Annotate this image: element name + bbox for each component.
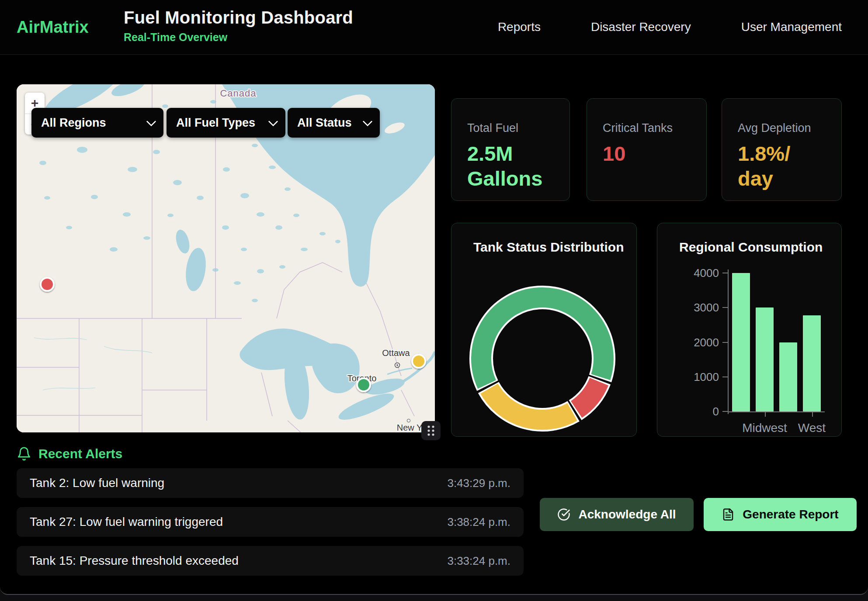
alert-time: 3:43:29 p.m. [447, 477, 510, 490]
chevron-down-icon [268, 117, 278, 127]
fuel-type-filter-value: All Fuel Types [176, 116, 255, 130]
recent-alerts-header: Recent Alerts [17, 446, 122, 461]
axis [722, 307, 728, 308]
alert-time: 3:33:24 p.m. [447, 554, 510, 568]
stat-card-avg-depletion: Avg Depletion 1.8%/day [722, 98, 842, 201]
y-tick-label: 3000 [694, 301, 719, 314]
tank-status-distribution-panel: Tank Status Distribution [451, 223, 637, 437]
normal-tank-marker[interactable] [357, 378, 370, 391]
stat-label: Avg Depletion [738, 121, 826, 135]
stat-value: 2.5MGallons [467, 141, 554, 191]
axis [728, 269, 729, 414]
y-tick-label: 1000 [694, 370, 719, 383]
warning-tank-marker[interactable] [412, 355, 425, 368]
map-label-capital: Ottawa [382, 348, 410, 358]
stat-card-critical-tanks: Critical Tanks 10 [587, 98, 707, 201]
town-dot-icon [407, 419, 410, 422]
stat-label: Total Fuel [467, 121, 554, 135]
regional-consumption-panel: Regional Consumption 01000200030004000Mi… [657, 223, 842, 437]
main-nav: Reports Disaster Recovery User Managemen… [498, 0, 842, 54]
generate-report-button[interactable]: Generate Report [704, 498, 857, 531]
check-circle-icon [557, 508, 570, 521]
map-label-country: Canada [220, 88, 256, 99]
y-tick-label: 2000 [694, 335, 719, 349]
tank-status-donut-chart [451, 223, 637, 437]
tank-map[interactable]: Canada Ottawa Toronto New York + − All R… [17, 84, 435, 432]
fuel-monitoring-dashboard: AirMatrix Fuel Monitoring Dashboard Real… [0, 0, 868, 595]
chevron-down-icon [363, 117, 373, 127]
bar [732, 273, 750, 411]
region-filter-select[interactable]: All Regions [31, 108, 163, 138]
nav-item-disaster-recovery[interactable]: Disaster Recovery [591, 20, 691, 34]
stat-label: Critical Tanks [603, 121, 691, 135]
regional-consumption-bar-chart: 01000200030004000MidwestWest [657, 223, 841, 436]
title-block: Fuel Monitoring Dashboard Real-Time Over… [124, 8, 353, 44]
bar [779, 342, 797, 412]
alert-text: Tank 27: Low fuel warning triggered [30, 515, 223, 529]
axis [722, 273, 728, 273]
grip-dots-icon [421, 421, 441, 440]
bell-icon [17, 446, 31, 461]
axis [728, 411, 825, 412]
status-filter-select[interactable]: All Status [288, 108, 380, 138]
axis [722, 411, 728, 412]
status-filter-value: All Status [297, 116, 352, 130]
alert-text: Tank 2: Low fuel warning [30, 476, 164, 490]
stat-value: 10 [603, 141, 691, 166]
chevron-down-icon [146, 117, 156, 127]
fuel-type-filter-select[interactable]: All Fuel Types [167, 108, 285, 138]
acknowledge-all-button[interactable]: Acknowledge All [540, 498, 694, 531]
y-tick-label: 4000 [694, 266, 719, 280]
alert-text: Tank 15: Pressure threshold exceeded [30, 554, 239, 568]
nav-item-user-management[interactable]: User Management [741, 20, 842, 34]
alert-time: 3:38:24 p.m. [447, 515, 510, 529]
x-label: Midwest [742, 421, 787, 435]
region-filter-value: All Regions [41, 116, 106, 130]
stat-card-total-fuel: Total Fuel 2.5MGallons [451, 98, 570, 201]
bar [756, 307, 774, 411]
critical-tank-marker[interactable] [41, 278, 54, 291]
alert-row: Tank 15: Pressure threshold exceeded 3:3… [17, 546, 524, 576]
axis [722, 376, 728, 377]
axis [722, 342, 728, 343]
file-text-icon [722, 508, 735, 521]
axis [765, 412, 766, 417]
alert-row: Tank 2: Low fuel warning 3:43:29 p.m. [17, 468, 524, 498]
page-subtitle: Real-Time Overview [124, 31, 353, 44]
recent-alerts-title: Recent Alerts [38, 446, 122, 461]
x-label: West [798, 421, 826, 435]
bar [803, 315, 821, 411]
alert-row: Tank 27: Low fuel warning triggered 3:38… [17, 507, 524, 537]
drag-grip-handle[interactable] [421, 421, 441, 440]
page-title: Fuel Monitoring Dashboard [124, 8, 353, 28]
axis [812, 412, 813, 417]
header: AirMatrix Fuel Monitoring Dashboard Real… [0, 0, 868, 55]
nav-item-reports[interactable]: Reports [498, 20, 541, 34]
brand-logo: AirMatrix [17, 0, 89, 54]
stat-value: 1.8%/day [738, 141, 826, 191]
y-tick-label: 0 [713, 405, 719, 418]
